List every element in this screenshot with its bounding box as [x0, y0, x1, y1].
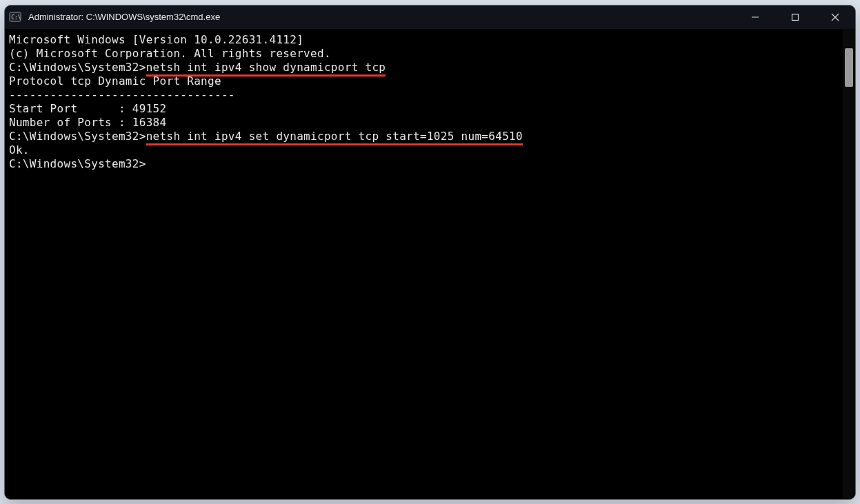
prompt-line: C:\Windows\System32>: [9, 157, 839, 171]
prompt-line: C:\Windows\System32>netsh int ipv4 set d…: [9, 130, 839, 143]
command-text: netsh int ipv4 set dynamicport tcp start…: [146, 130, 523, 145]
output-line: Start Port : 49152: [9, 102, 839, 116]
prompt: C:\Windows\System32>: [9, 61, 146, 74]
svg-rect-3: [792, 14, 799, 20]
cmd-icon: C:\: [9, 11, 21, 23]
output-line: Protocol tcp Dynamic Port Range: [9, 74, 839, 88]
output-line: Ok.: [9, 143, 839, 157]
svg-text:C:\: C:\: [11, 14, 21, 20]
output-line: Number of Ports : 16384: [9, 116, 839, 130]
close-button[interactable]: [815, 6, 855, 29]
window-title: Administrator: C:\WINDOWS\system32\cmd.e…: [28, 12, 220, 22]
output-line: ---------------------------------: [9, 88, 839, 102]
scrollbar-thumb[interactable]: [845, 48, 853, 87]
minimize-button[interactable]: [735, 6, 775, 29]
svg-rect-2: [752, 17, 759, 17]
titlebar[interactable]: C:\ Administrator: C:\WINDOWS\system32\c…: [5, 6, 855, 29]
banner-line: (c) Microsoft Corporation. All rights re…: [9, 47, 839, 61]
cmd-window: C:\ Administrator: C:\WINDOWS\system32\c…: [4, 5, 856, 500]
scrollbar[interactable]: [843, 29, 855, 499]
prompt-line: C:\Windows\System32>netsh int ipv4 show …: [9, 61, 839, 74]
banner-line: Microsoft Windows [Version 10.0.22631.41…: [9, 33, 839, 47]
terminal-output[interactable]: Microsoft Windows [Version 10.0.22631.41…: [5, 29, 843, 499]
prompt: C:\Windows\System32>: [9, 130, 146, 143]
maximize-button[interactable]: [775, 6, 815, 29]
